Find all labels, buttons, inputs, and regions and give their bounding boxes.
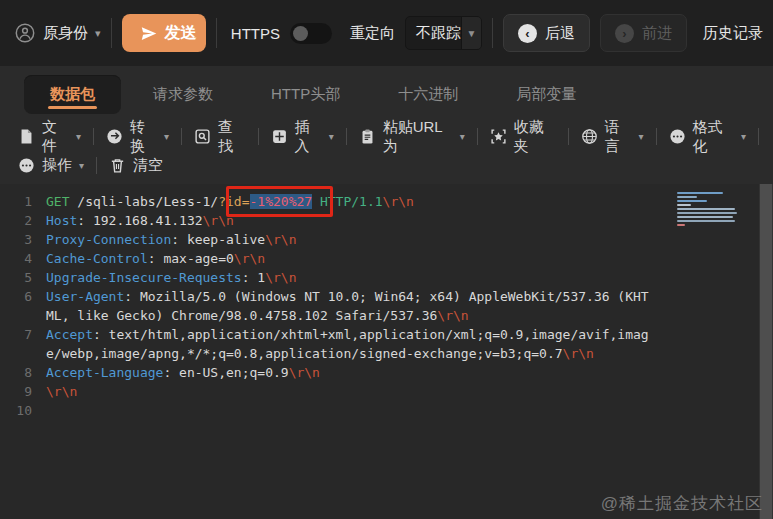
https-label: HTTPS <box>231 25 280 42</box>
minimap-line <box>677 212 737 214</box>
history-button[interactable]: 历史记录 <box>703 24 763 43</box>
tab-label: 数据包 <box>50 85 95 102</box>
toolbar-button-clear[interactable]: 清空 <box>105 154 167 177</box>
line-text: Cache-Control: max-age=0\r\n <box>46 249 265 268</box>
code-line[interactable]: 3Proxy-Connection: keep-alive\r\n <box>0 230 773 249</box>
toolbar-button-search[interactable]: 查找 <box>190 116 250 158</box>
chevron-down-icon: ▾ <box>164 131 169 142</box>
forward-button[interactable]: › 前进 <box>600 14 687 52</box>
toolbar-button-label: 查找 <box>218 118 246 156</box>
line-text: Accept-Language: en-US,en;q=0.9\r\n <box>46 363 320 382</box>
line-number: 10 <box>0 401 46 420</box>
convert-icon <box>106 128 123 145</box>
toolbar-separator <box>758 128 759 145</box>
minimap-line <box>677 196 697 198</box>
code-token: : en-US,en;q=0.9 <box>163 365 288 380</box>
toolbar-separator <box>656 128 657 145</box>
insert-icon <box>271 128 288 145</box>
code-token: : 1 <box>242 270 265 285</box>
code-token: \r\n <box>265 232 296 247</box>
code-token: /sqli-labs/Less-1/ <box>69 194 218 209</box>
chevron-down-icon: ▾ <box>76 131 81 142</box>
code-token: ?id= <box>218 194 249 209</box>
toolbar-button-label: 清空 <box>133 156 163 175</box>
code-token: Upgrade-Insecure-Requests <box>46 270 242 285</box>
toolbar-button-insert[interactable]: 插入▾ <box>267 116 338 158</box>
code-token: ML, like Gecko) Chrome/98.0.4758.102 Saf… <box>46 308 437 323</box>
file-icon <box>18 128 35 145</box>
vertical-scrollbar[interactable] <box>759 184 773 519</box>
line-number: 9 <box>0 382 46 401</box>
tab-1[interactable]: 请求参数 <box>127 75 239 114</box>
packet-editor[interactable]: 1GET /sqli-labs/Less-1/?id=-1%20%27 HTTP… <box>0 184 773 519</box>
code-line[interactable]: 10 <box>0 401 773 420</box>
toolbar-button-convert[interactable]: 转换▾ <box>102 116 173 158</box>
code-token: -1%20%27 <box>250 194 313 209</box>
toolbar-button-paste-url[interactable]: 粘贴URL为▾ <box>355 116 469 158</box>
code-line[interactable]: 2Host: 192.168.41.132\r\n <box>0 211 773 230</box>
toolbar-separator <box>477 128 478 145</box>
line-text: e/webp,image/apng,*/*;q=0.8,application/… <box>46 344 594 363</box>
send-split-button: 发送 ··· <box>122 14 206 52</box>
toolbar-button-format[interactable]: 格式化▾ <box>665 116 750 158</box>
code-line[interactable]: 6User-Agent: Mozilla/5.0 (Windows NT 10.… <box>0 287 773 306</box>
toolbar-button-label: 插入 <box>295 118 322 156</box>
chevron-down-icon: ▾ <box>741 131 746 142</box>
code-area[interactable]: 1GET /sqli-labs/Less-1/?id=-1%20%27 HTTP… <box>0 192 773 420</box>
favorites-icon <box>490 128 507 145</box>
tab-2[interactable]: HTTP头部 <box>245 75 366 114</box>
identity-dropdown[interactable]: 原身份 ▾ <box>14 22 101 44</box>
code-token: : Mozilla/5.0 (Windows NT 10.0; Win64; x… <box>124 289 648 304</box>
format-icon <box>669 128 686 145</box>
code-line[interactable]: 9\r\n <box>0 382 773 401</box>
code-line[interactable]: e/webp,image/apng,*/*;q=0.8,application/… <box>0 344 773 363</box>
back-button[interactable]: ‹ 后退 <box>503 14 590 52</box>
code-line[interactable]: ML, like Gecko) Chrome/98.0.4758.102 Saf… <box>0 306 773 325</box>
code-token: Host <box>46 213 77 228</box>
code-token: \r\n <box>265 270 296 285</box>
tab-0[interactable]: 数据包 <box>24 75 121 114</box>
clear-icon <box>109 157 126 174</box>
toolbar-button-language[interactable]: 语言▾ <box>577 116 648 158</box>
minimap-line <box>677 220 735 222</box>
https-toggle[interactable] <box>290 23 332 44</box>
identity-label: 原身份 <box>43 24 88 43</box>
code-line[interactable]: 5Upgrade-Insecure-Requests: 1\r\n <box>0 268 773 287</box>
code-line[interactable]: 4Cache-Control: max-age=0\r\n <box>0 249 773 268</box>
tab-3[interactable]: 十六进制 <box>372 75 484 114</box>
toolbar-separator <box>93 128 94 145</box>
code-token: e/webp,image/apng,*/*;q=0.8,application/… <box>46 346 563 361</box>
toolbar-button-favorites[interactable]: 收藏夹 <box>486 116 560 158</box>
chevron-down-icon: ▾ <box>460 131 465 142</box>
code-token <box>312 194 320 209</box>
scrollbar-thumb[interactable] <box>760 184 772 519</box>
code-token: GET <box>46 194 69 209</box>
redirect-select[interactable]: 不跟踪 ▼ <box>405 16 482 50</box>
line-number: 2 <box>0 211 46 230</box>
send-label: 发送 <box>165 23 197 44</box>
code-line[interactable]: 1GET /sqli-labs/Less-1/?id=-1%20%27 HTTP… <box>0 192 773 211</box>
line-number: 4 <box>0 249 46 268</box>
code-token: \r\n <box>437 308 468 323</box>
toolbar-button-actions[interactable]: 操作▾ <box>14 154 88 177</box>
toolbar-button-file[interactable]: 文件▾ <box>14 116 85 158</box>
topbar: 原身份 ▾ 发送 ··· HTTPS 重定向 不跟踪 ▼ ‹ 后退 <box>0 0 773 66</box>
line-number: 6 <box>0 287 46 306</box>
code-token: \r\n <box>46 384 77 399</box>
toolbar-separator <box>346 128 347 145</box>
actions-icon <box>18 157 35 174</box>
code-line[interactable]: 7Accept: text/html,application/xhtml+xml… <box>0 325 773 344</box>
tab-4[interactable]: 局部变量 <box>490 75 602 114</box>
code-line[interactable]: 8Accept-Language: en-US,en;q=0.9\r\n <box>0 363 773 382</box>
send-button[interactable]: 发送 <box>122 14 206 52</box>
line-text: Host: 192.168.41.132\r\n <box>46 211 234 230</box>
forward-label: 前进 <box>642 24 672 43</box>
line-number <box>0 344 46 363</box>
minimap <box>677 192 739 236</box>
tab-label: 局部变量 <box>516 85 576 102</box>
code-token: : max-age=0 <box>148 251 234 266</box>
paste-url-icon <box>359 128 376 145</box>
code-token: HTTP/1.1 <box>320 194 383 209</box>
redirect-label: 重定向 <box>350 24 395 43</box>
tab-bar: 数据包请求参数HTTP头部十六进制局部变量 <box>0 66 773 116</box>
